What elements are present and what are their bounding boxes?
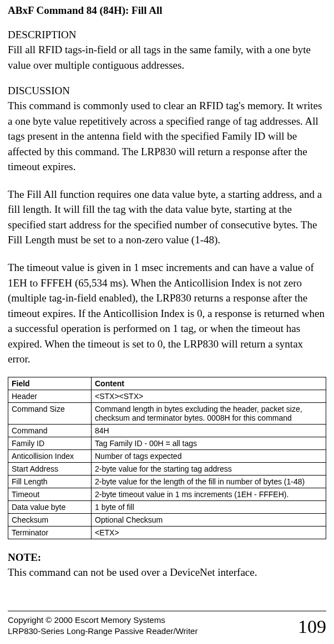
- table-row: Start Address2-byte value for the starti…: [8, 462, 326, 475]
- cell-content: Number of tags expected: [92, 449, 326, 462]
- cell-content: 1 byte of fill: [92, 500, 326, 513]
- table-row: Terminator<ETX>: [8, 526, 326, 539]
- command-table: Field Content Header<STX><STX> Command S…: [8, 377, 326, 539]
- table-row: Family IDTag Family ID - 00H = all tags: [8, 437, 326, 449]
- th-content: Content: [92, 377, 326, 390]
- cell-field: Start Address: [8, 462, 92, 475]
- cell-content: 2-byte timeout value in 1 ms increments …: [92, 488, 326, 500]
- cell-content: Command length in bytes excluding the he…: [92, 402, 326, 424]
- description-label: DESCRIPTION: [8, 29, 326, 41]
- discussion-p1: This command is commonly used to clear a…: [8, 98, 326, 175]
- cell-field: Command Size: [8, 402, 92, 424]
- product-line: LRP830-Series Long-Range Passive Reader/…: [8, 626, 198, 637]
- table-row: Command SizeCommand length in bytes excl…: [8, 402, 326, 424]
- note-label: NOTE:: [8, 551, 326, 564]
- copyright-line: Copyright © 2000 Escort Memory Systems: [8, 615, 198, 626]
- cell-field: Family ID: [8, 437, 92, 449]
- note-text: This command can not be used over a Devi…: [8, 565, 326, 580]
- table-row: Timeout2-byte timeout value in 1 ms incr…: [8, 488, 326, 500]
- cell-field: Terminator: [8, 526, 92, 539]
- description-text: Fill all RFID tags-in-field or all tags …: [8, 42, 326, 73]
- cell-field: Command: [8, 424, 92, 437]
- cell-content: 84H: [92, 424, 326, 437]
- footer-left: Copyright © 2000 Escort Memory Systems L…: [8, 615, 198, 636]
- table-row: ChecksumOptional Checksum: [8, 513, 326, 526]
- discussion-p2: The Fill All function requires one data …: [8, 187, 326, 248]
- page-footer: Copyright © 2000 Escort Memory Systems L…: [8, 611, 326, 636]
- table-row: Fill Length2-byte value for the length o…: [8, 475, 326, 488]
- cell-field: Header: [8, 390, 92, 402]
- cell-content: Optional Checksum: [92, 513, 326, 526]
- table-row: Header<STX><STX>: [8, 390, 326, 402]
- th-field: Field: [8, 377, 92, 390]
- table-row: Command84H: [8, 424, 326, 437]
- page-number: 109: [298, 617, 326, 636]
- cell-content: 2-byte value for the length of the fill …: [92, 475, 326, 488]
- cell-field: Timeout: [8, 488, 92, 500]
- cell-field: Checksum: [8, 513, 92, 526]
- cell-field: Fill Length: [8, 475, 92, 488]
- table-row: Anticollision IndexNumber of tags expect…: [8, 449, 326, 462]
- cell-field: Anticollision Index: [8, 449, 92, 462]
- cell-content: 2-byte value for the starting tag addres…: [92, 462, 326, 475]
- page-title: ABxF Command 84 (84H): Fill All: [8, 4, 326, 17]
- table-header-row: Field Content: [8, 377, 326, 390]
- cell-content: <STX><STX>: [92, 390, 326, 402]
- cell-content: Tag Family ID - 00H = all tags: [92, 437, 326, 449]
- cell-content: <ETX>: [92, 526, 326, 539]
- table-row: Data value byte1 byte of fill: [8, 500, 326, 513]
- discussion-label: DISCUSSION: [8, 85, 326, 97]
- discussion-p3: The timeout value is given in 1 msec inc…: [8, 260, 326, 367]
- cell-field: Data value byte: [8, 500, 92, 513]
